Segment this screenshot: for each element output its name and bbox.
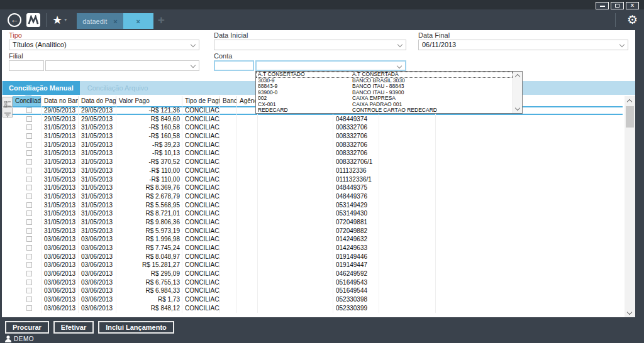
- dropdown-scrollbar[interactable]: [513, 72, 522, 113]
- column-header[interactable]: Tipo de Pagto: [182, 96, 220, 106]
- table-row[interactable]: 31/05/201331/05/2013-R$ 39,23CONCILIACA.…: [13, 141, 623, 150]
- procurar-button[interactable]: Procurar: [5, 321, 49, 334]
- table-row[interactable]: 03/06/201303/06/2013R$ 848,12CONCILIACA.…: [13, 304, 623, 313]
- scroll-up-icon[interactable]: [515, 74, 520, 79]
- conta-option[interactable]: A.T CONSERTADOA.T CONSERTADA: [256, 72, 513, 78]
- close-tab-icon[interactable]: ×: [136, 18, 140, 25]
- data-no-banco-cell: 03/06/2013: [42, 270, 79, 278]
- grid-layout-icon[interactable]: [3, 97, 13, 107]
- conciliado-checkbox[interactable]: [26, 271, 32, 276]
- tab-active[interactable]: ×: [123, 13, 153, 29]
- tab-dataedit[interactable]: dataedit ×: [77, 13, 123, 29]
- table-row[interactable]: 31/05/201331/05/2013R$ 5.568,95CONCILIAC…: [13, 201, 623, 210]
- table-row[interactable]: 03/06/201303/06/2013R$ 15.281,27CONCILIA…: [13, 261, 623, 270]
- efetivar-button[interactable]: Efetivar: [53, 321, 94, 334]
- empty-cell: [379, 166, 436, 175]
- column-header[interactable]: Banco: [220, 96, 237, 106]
- column-header[interactable]: Valor Pago: [116, 96, 182, 106]
- agencia-cell: [237, 209, 258, 218]
- conciliado-checkbox[interactable]: [26, 288, 32, 293]
- filial-select[interactable]: [45, 60, 199, 71]
- conciliado-checkbox[interactable]: [26, 168, 32, 173]
- conciliado-checkbox[interactable]: [26, 159, 32, 165]
- column-header[interactable]: Data do Pagto: [79, 96, 116, 106]
- table-row[interactable]: 31/05/201331/05/2013R$ 9.806,36CONCILIAC…: [13, 218, 623, 227]
- favorites-caret-icon[interactable]: ▾: [64, 17, 67, 23]
- conta-option[interactable]: 93900-0BANCO ITAU - 93900: [256, 90, 513, 96]
- empty-cell: [379, 244, 436, 253]
- maximize-icon[interactable]: [611, 2, 624, 9]
- table-row[interactable]: 03/06/201303/06/2013R$ 6.755,13CONCILIAC…: [13, 278, 623, 287]
- scroll-down-icon[interactable]: [515, 106, 520, 111]
- table-row[interactable]: 31/05/201331/05/2013-R$ 110,00CONCILIACA…: [13, 175, 623, 184]
- table-row[interactable]: 03/06/201303/06/2013R$ 7.745,24CONCILIAC…: [13, 244, 623, 253]
- data-inicial-select[interactable]: [214, 40, 406, 50]
- scroll-up-icon[interactable]: [627, 99, 632, 104]
- conciliado-checkbox[interactable]: [26, 133, 32, 139]
- column-header[interactable]: Conciliado: [13, 96, 42, 106]
- conta-option[interactable]: 88843-9BANCO ITAU - 88843: [256, 84, 513, 90]
- table-row[interactable]: 03/06/201303/06/2013R$ 1,73CONCILIACA...…: [13, 295, 623, 304]
- table-row[interactable]: 31/05/201331/05/2013-R$ 160,58CONCILIACA…: [13, 123, 623, 132]
- back-icon[interactable]: ←: [8, 13, 21, 27]
- conta-option[interactable]: CX-001CAIXA PADRÃO 001: [256, 102, 513, 108]
- table-scrollbar[interactable]: [625, 96, 635, 317]
- conciliado-checkbox[interactable]: [26, 254, 32, 259]
- table-row[interactable]: 31/05/201331/05/2013R$ 8.369,76CONCILIAC…: [13, 183, 623, 192]
- tipo-de-pagto-cell: CONCILIACA...: [182, 261, 220, 270]
- table-row[interactable]: 31/05/201331/05/2013R$ 5.973,19CONCILIAC…: [13, 227, 623, 236]
- conciliado-checkbox[interactable]: [26, 116, 32, 122]
- scroll-down-icon[interactable]: [627, 310, 632, 315]
- table-row[interactable]: 03/06/201303/06/2013R$ 8.048,97CONCILIAC…: [13, 253, 623, 261]
- conta-select[interactable]: [255, 60, 406, 71]
- conciliado-checkbox[interactable]: [26, 280, 32, 285]
- table-row[interactable]: 03/06/201303/06/2013R$ 6.984,33CONCILIAC…: [13, 286, 623, 295]
- close-icon[interactable]: X: [626, 2, 639, 9]
- minimize-icon[interactable]: [596, 2, 609, 9]
- grid-filter-icon[interactable]: [3, 107, 13, 117]
- column-header[interactable]: Data no Banco: [42, 96, 79, 106]
- conciliado-checkbox[interactable]: [26, 262, 32, 268]
- table-row[interactable]: 31/05/201331/05/2013-R$ 10,13CONCILIACA.…: [13, 149, 623, 158]
- conciliado-checkbox[interactable]: [26, 107, 32, 113]
- gear-icon[interactable]: ⚙: [627, 13, 638, 27]
- table-row[interactable]: 03/06/201303/06/2013R$ 295,09CONCILIACA.…: [13, 270, 623, 278]
- conciliado-checkbox[interactable]: [26, 210, 32, 216]
- conciliado-checkbox[interactable]: [26, 228, 32, 234]
- conciliado-checkbox[interactable]: [26, 245, 32, 251]
- conta-code-input[interactable]: [214, 60, 254, 71]
- conta-option[interactable]: 3030-9BANCO BRASIL 3030: [256, 78, 513, 84]
- conciliado-checkbox[interactable]: [26, 219, 32, 225]
- tipo-select[interactable]: Títulos (Analítico): [9, 40, 199, 50]
- table-row[interactable]: 31/05/201331/05/2013-R$ 160,58CONCILIACA…: [13, 132, 623, 141]
- table-row[interactable]: 31/05/201331/05/2013R$ 2.678,79CONCILIAC…: [13, 192, 623, 201]
- conciliado-checkbox[interactable]: [26, 124, 32, 130]
- tab-conciliacao-arquivo[interactable]: Conciliação Arquivo: [80, 81, 156, 95]
- conciliado-checkbox[interactable]: [26, 236, 32, 242]
- conciliado-checkbox[interactable]: [26, 185, 32, 190]
- filial-code-input[interactable]: [9, 60, 44, 71]
- inclui-lancamento-button[interactable]: Inclui Lançamento: [98, 321, 174, 334]
- table-row[interactable]: 31/05/201331/05/2013-R$ 110,00CONCILIACA…: [13, 166, 623, 175]
- conta-option[interactable]: REDECARDCONTROLE CARTÃO REDECARD: [256, 107, 513, 113]
- add-tab-icon[interactable]: +: [158, 14, 165, 26]
- tab-conciliacao-manual[interactable]: Conciliação Manual: [3, 81, 80, 95]
- conciliado-checkbox[interactable]: [26, 177, 32, 182]
- scrollbar-thumb[interactable]: [626, 106, 634, 128]
- table-row[interactable]: 31/05/201331/05/2013-R$ 370,52CONCILIACA…: [13, 158, 623, 166]
- table-row[interactable]: 29/05/201329/05/2013R$ 849,60CONCILIACA.…: [13, 115, 623, 124]
- table-row[interactable]: 31/05/201331/05/2013R$ 8.721,01CONCILIAC…: [13, 209, 623, 218]
- conciliado-checkbox[interactable]: [26, 193, 32, 199]
- conciliado-checkbox[interactable]: [26, 150, 32, 156]
- agencia-cell: [237, 123, 258, 132]
- close-tab-icon[interactable]: ×: [113, 18, 117, 25]
- conciliado-checkbox[interactable]: [26, 305, 32, 311]
- data-final-select[interactable]: 06/11/2013: [418, 40, 628, 50]
- favorites-star-icon[interactable]: ★: [52, 13, 62, 27]
- conciliado-checkbox[interactable]: [26, 142, 32, 148]
- conciliado-checkbox[interactable]: [26, 297, 32, 302]
- banco-cell: [220, 209, 237, 218]
- table-row[interactable]: 03/06/201303/06/2013R$ 1.996,98CONCILIAC…: [13, 235, 623, 244]
- conciliado-checkbox[interactable]: [26, 202, 32, 208]
- conta-option[interactable]: 002CAIXA EMPRESA: [256, 95, 513, 102]
